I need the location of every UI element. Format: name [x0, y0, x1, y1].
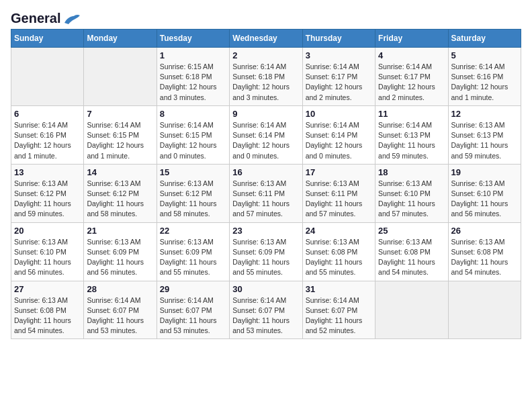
- header-wednesday: Wednesday: [230, 30, 302, 48]
- day-info: Sunrise: 6:14 AM Sunset: 6:13 PM Dayligh…: [378, 120, 445, 161]
- day-cell: 24Sunrise: 6:13 AM Sunset: 6:08 PM Dayli…: [302, 222, 375, 281]
- day-number: 16: [232, 167, 299, 177]
- day-info: Sunrise: 6:13 AM Sunset: 6:12 PM Dayligh…: [87, 179, 153, 220]
- day-cell: 23Sunrise: 6:13 AM Sunset: 6:09 PM Dayli…: [230, 222, 302, 281]
- day-info: Sunrise: 6:14 AM Sunset: 6:15 PM Dayligh…: [87, 120, 153, 161]
- day-number: 1: [160, 50, 226, 60]
- week-row-3: 13Sunrise: 6:13 AM Sunset: 6:12 PM Dayli…: [11, 164, 521, 222]
- header-tuesday: Tuesday: [157, 30, 229, 48]
- day-number: 13: [14, 167, 81, 177]
- calendar-header-row: SundayMondayTuesdayWednesdayThursdayFrid…: [11, 30, 521, 48]
- day-number: 31: [306, 284, 372, 294]
- day-cell: 21Sunrise: 6:13 AM Sunset: 6:09 PM Dayli…: [84, 222, 157, 281]
- day-info: Sunrise: 6:14 AM Sunset: 6:07 PM Dayligh…: [160, 295, 226, 336]
- day-info: Sunrise: 6:14 AM Sunset: 6:07 PM Dayligh…: [87, 295, 153, 336]
- day-number: 24: [306, 226, 372, 236]
- day-cell: 14Sunrise: 6:13 AM Sunset: 6:12 PM Dayli…: [84, 164, 157, 222]
- day-info: Sunrise: 6:13 AM Sunset: 6:10 PM Dayligh…: [451, 179, 518, 220]
- day-cell: 13Sunrise: 6:13 AM Sunset: 6:12 PM Dayli…: [11, 164, 84, 222]
- day-number: 8: [160, 109, 226, 119]
- day-number: 5: [451, 50, 518, 60]
- day-cell: 31Sunrise: 6:14 AM Sunset: 6:07 PM Dayli…: [302, 281, 375, 339]
- day-info: Sunrise: 6:13 AM Sunset: 6:10 PM Dayligh…: [14, 237, 81, 278]
- day-number: 17: [306, 167, 372, 177]
- day-cell: 25Sunrise: 6:13 AM Sunset: 6:08 PM Dayli…: [375, 222, 448, 281]
- page-header: General: [11, 11, 521, 24]
- day-cell: 27Sunrise: 6:13 AM Sunset: 6:08 PM Dayli…: [11, 281, 84, 339]
- logo-text: General: [11, 11, 81, 26]
- day-info: Sunrise: 6:13 AM Sunset: 6:11 PM Dayligh…: [306, 179, 372, 220]
- logo-bird-icon: [62, 13, 81, 26]
- day-number: 20: [14, 226, 81, 236]
- day-number: 14: [87, 167, 153, 177]
- day-number: 7: [87, 109, 153, 119]
- day-cell: 19Sunrise: 6:13 AM Sunset: 6:10 PM Dayli…: [448, 164, 521, 222]
- day-cell: 1Sunrise: 6:15 AM Sunset: 6:18 PM Daylig…: [157, 48, 229, 106]
- week-row-5: 27Sunrise: 6:13 AM Sunset: 6:08 PM Dayli…: [11, 281, 521, 339]
- day-info: Sunrise: 6:13 AM Sunset: 6:09 PM Dayligh…: [232, 237, 299, 278]
- header-friday: Friday: [375, 30, 448, 48]
- day-cell: 6Sunrise: 6:14 AM Sunset: 6:16 PM Daylig…: [11, 105, 84, 164]
- day-info: Sunrise: 6:14 AM Sunset: 6:15 PM Dayligh…: [160, 120, 226, 161]
- day-number: 29: [160, 284, 226, 294]
- day-info: Sunrise: 6:15 AM Sunset: 6:18 PM Dayligh…: [160, 62, 226, 103]
- day-cell: 9Sunrise: 6:14 AM Sunset: 6:14 PM Daylig…: [230, 105, 302, 164]
- day-cell: 12Sunrise: 6:13 AM Sunset: 6:13 PM Dayli…: [448, 105, 521, 164]
- day-info: Sunrise: 6:13 AM Sunset: 6:09 PM Dayligh…: [160, 237, 226, 278]
- day-info: Sunrise: 6:13 AM Sunset: 6:08 PM Dayligh…: [378, 237, 445, 278]
- week-row-2: 6Sunrise: 6:14 AM Sunset: 6:16 PM Daylig…: [11, 105, 521, 164]
- day-info: Sunrise: 6:13 AM Sunset: 6:09 PM Dayligh…: [87, 237, 153, 278]
- day-number: 10: [306, 109, 372, 119]
- day-info: Sunrise: 6:14 AM Sunset: 6:17 PM Dayligh…: [378, 62, 445, 103]
- day-info: Sunrise: 6:14 AM Sunset: 6:17 PM Dayligh…: [306, 62, 372, 103]
- day-info: Sunrise: 6:14 AM Sunset: 6:18 PM Dayligh…: [232, 62, 299, 103]
- day-info: Sunrise: 6:13 AM Sunset: 6:10 PM Dayligh…: [378, 179, 445, 220]
- day-number: 27: [14, 284, 81, 294]
- day-info: Sunrise: 6:13 AM Sunset: 6:12 PM Dayligh…: [14, 179, 81, 220]
- day-cell: 4Sunrise: 6:14 AM Sunset: 6:17 PM Daylig…: [375, 48, 448, 106]
- day-number: 4: [378, 50, 445, 60]
- day-number: 6: [14, 109, 81, 119]
- day-cell: 7Sunrise: 6:14 AM Sunset: 6:15 PM Daylig…: [84, 105, 157, 164]
- day-number: 21: [87, 226, 153, 236]
- day-cell: 28Sunrise: 6:14 AM Sunset: 6:07 PM Dayli…: [84, 281, 157, 339]
- day-number: 22: [160, 226, 226, 236]
- day-number: 15: [160, 167, 226, 177]
- day-info: Sunrise: 6:13 AM Sunset: 6:12 PM Dayligh…: [160, 179, 226, 220]
- day-info: Sunrise: 6:14 AM Sunset: 6:16 PM Dayligh…: [14, 120, 81, 161]
- header-thursday: Thursday: [302, 30, 375, 48]
- day-cell: 16Sunrise: 6:13 AM Sunset: 6:11 PM Dayli…: [230, 164, 302, 222]
- day-number: 12: [451, 109, 518, 119]
- day-info: Sunrise: 6:14 AM Sunset: 6:14 PM Dayligh…: [306, 120, 372, 161]
- day-cell: 2Sunrise: 6:14 AM Sunset: 6:18 PM Daylig…: [230, 48, 302, 106]
- header-monday: Monday: [84, 30, 157, 48]
- day-info: Sunrise: 6:14 AM Sunset: 6:16 PM Dayligh…: [451, 62, 518, 103]
- day-number: 19: [451, 167, 518, 177]
- day-cell: 11Sunrise: 6:14 AM Sunset: 6:13 PM Dayli…: [375, 105, 448, 164]
- day-info: Sunrise: 6:14 AM Sunset: 6:14 PM Dayligh…: [232, 120, 299, 161]
- day-cell: 29Sunrise: 6:14 AM Sunset: 6:07 PM Dayli…: [157, 281, 229, 339]
- day-cell: 10Sunrise: 6:14 AM Sunset: 6:14 PM Dayli…: [302, 105, 375, 164]
- day-cell: 20Sunrise: 6:13 AM Sunset: 6:10 PM Dayli…: [11, 222, 84, 281]
- week-row-4: 20Sunrise: 6:13 AM Sunset: 6:10 PM Dayli…: [11, 222, 521, 281]
- day-cell: 26Sunrise: 6:13 AM Sunset: 6:08 PM Dayli…: [448, 222, 521, 281]
- day-cell: 17Sunrise: 6:13 AM Sunset: 6:11 PM Dayli…: [302, 164, 375, 222]
- day-number: 9: [232, 109, 299, 119]
- day-cell: 15Sunrise: 6:13 AM Sunset: 6:12 PM Dayli…: [157, 164, 229, 222]
- day-info: Sunrise: 6:13 AM Sunset: 6:08 PM Dayligh…: [14, 295, 81, 336]
- day-number: 18: [378, 167, 445, 177]
- day-number: 26: [451, 226, 518, 236]
- day-cell: 5Sunrise: 6:14 AM Sunset: 6:16 PM Daylig…: [448, 48, 521, 106]
- day-info: Sunrise: 6:14 AM Sunset: 6:07 PM Dayligh…: [306, 295, 372, 336]
- logo: General: [11, 11, 81, 24]
- day-cell: 30Sunrise: 6:14 AM Sunset: 6:07 PM Dayli…: [230, 281, 302, 339]
- day-cell: 8Sunrise: 6:14 AM Sunset: 6:15 PM Daylig…: [157, 105, 229, 164]
- day-info: Sunrise: 6:13 AM Sunset: 6:08 PM Dayligh…: [451, 237, 518, 278]
- calendar-table: SundayMondayTuesdayWednesdayThursdayFrid…: [11, 29, 521, 339]
- day-number: 11: [378, 109, 445, 119]
- day-number: 23: [232, 226, 299, 236]
- calendar-body: 1Sunrise: 6:15 AM Sunset: 6:18 PM Daylig…: [11, 48, 521, 339]
- day-cell: [84, 48, 157, 106]
- day-info: Sunrise: 6:13 AM Sunset: 6:13 PM Dayligh…: [451, 120, 518, 161]
- day-cell: [375, 281, 448, 339]
